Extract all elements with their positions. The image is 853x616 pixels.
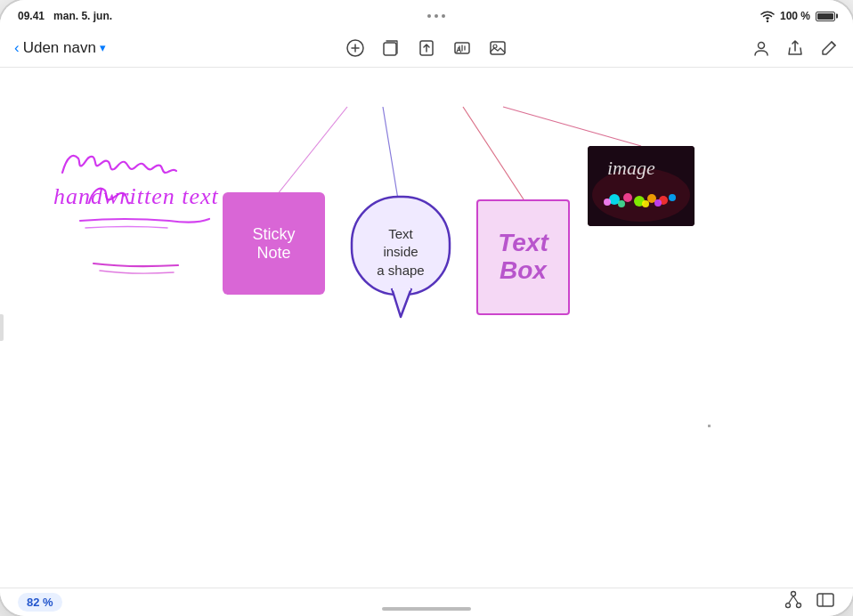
sticky-note-text: Sticky Note — [252, 225, 295, 263]
svg-text:A: A — [456, 45, 462, 54]
svg-line-34 — [789, 596, 793, 604]
speech-bubble-text: Textinsidea shape — [377, 225, 424, 280]
svg-line-12 — [503, 107, 641, 146]
svg-point-32 — [786, 604, 791, 608]
svg-line-11 — [463, 107, 524, 199]
pages-icon[interactable] — [381, 38, 401, 58]
document-title: Uden navn — [23, 39, 96, 57]
insert-text-icon[interactable]: A — [452, 38, 472, 58]
svg-line-10 — [383, 107, 398, 199]
svg-point-26 — [604, 199, 611, 206]
toolbar-left: ‹ Uden navn ▾ — [14, 39, 121, 57]
side-handle[interactable] — [0, 314, 4, 341]
battery-pct: 100 % — [780, 10, 810, 22]
svg-point-0 — [767, 20, 768, 21]
back-button[interactable]: ‹ — [14, 39, 20, 57]
toolbar-right — [751, 38, 839, 58]
bottom-right-icons — [784, 590, 835, 614]
dot3 — [442, 14, 445, 18]
edit-icon[interactable] — [819, 38, 839, 58]
svg-point-28 — [642, 200, 649, 207]
share-doc-icon[interactable] — [417, 38, 436, 58]
svg-line-35 — [793, 596, 798, 604]
image-element[interactable]: image — [588, 146, 695, 226]
status-bar: 09.41 man. 5. jun. 100 % — [0, 0, 853, 28]
device-frame: 09.41 man. 5. jun. 100 % ‹ — [0, 0, 853, 616]
svg-line-9 — [273, 107, 347, 199]
zoom-badge[interactable]: 82 % — [18, 593, 62, 612]
svg-point-33 — [797, 604, 801, 608]
dot2 — [435, 14, 438, 18]
svg-point-21 — [623, 193, 632, 202]
image-svg: image — [588, 146, 695, 226]
wifi-icon — [760, 11, 775, 22]
date: man. 5. jun. — [53, 10, 112, 22]
svg-rect-36 — [817, 594, 833, 606]
svg-point-31 — [792, 592, 796, 596]
svg-point-29 — [654, 199, 662, 207]
panel-icon[interactable] — [816, 590, 835, 614]
status-center-dots — [427, 14, 445, 18]
main-canvas[interactable]: handwritten text handwritten text Sticky… — [0, 68, 853, 588]
speech-bubble[interactable]: Textinsidea shape — [347, 192, 450, 295]
toolbar-center: A — [345, 38, 508, 58]
svg-rect-6 — [491, 42, 505, 54]
svg-text:image: image — [607, 157, 655, 179]
dot1 — [427, 14, 431, 18]
draw-tool-icon[interactable] — [345, 38, 365, 58]
svg-rect-2 — [384, 43, 396, 55]
hierarchy-icon[interactable] — [784, 590, 803, 614]
battery-icon — [816, 12, 835, 21]
toolbar: ‹ Uden navn ▾ — [0, 28, 853, 68]
status-time-date: 09.41 man. 5. jun. — [18, 10, 112, 22]
time: 09.41 — [18, 10, 45, 22]
handwritten-text-area: handwritten text handwritten text — [53, 139, 240, 267]
svg-point-25 — [669, 194, 676, 201]
svg-point-27 — [618, 200, 625, 207]
status-right: 100 % — [760, 10, 835, 22]
svg-point-7 — [493, 45, 497, 48]
sticky-note[interactable]: Sticky Note — [223, 192, 325, 295]
share-icon[interactable] — [785, 38, 805, 58]
svg-point-8 — [759, 42, 765, 48]
insert-image-icon[interactable] — [488, 38, 508, 58]
home-indicator — [382, 607, 471, 611]
faint-dot — [708, 425, 711, 427]
handwritten-svg: handwritten text — [53, 139, 240, 263]
title-chevron-icon[interactable]: ▾ — [100, 41, 106, 54]
text-box[interactable]: TextBox — [476, 199, 570, 315]
text-box-content: TextBox — [498, 230, 548, 285]
bottom-bar: 82 % — [0, 588, 853, 616]
collaboration-icon[interactable] — [751, 38, 771, 58]
